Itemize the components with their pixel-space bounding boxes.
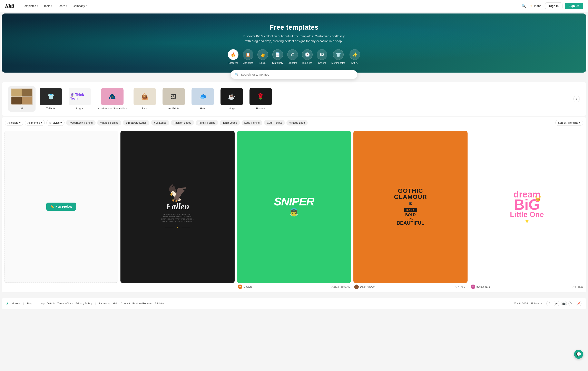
- chip-tshirt-logos[interactable]: Tshirt Logos: [220, 120, 240, 126]
- hero-section: Free templates Discover Kittl's collecti…: [2, 13, 586, 73]
- footer-help[interactable]: Help: [113, 302, 118, 305]
- footer-licensing[interactable]: Licensing: [99, 302, 110, 305]
- business-icon: 🕐: [302, 49, 313, 60]
- author-matsero: M Matsero: [238, 284, 252, 289]
- footer-left: k More ▾ | Blog | Legal Details Terms of…: [7, 301, 165, 306]
- footer-copyright: © Kittl 2024: [514, 302, 528, 305]
- signin-button[interactable]: Sign In: [545, 2, 562, 9]
- gothic-glamour: GLAMOUR: [394, 194, 427, 200]
- chip-y2k-logos[interactable]: Y2k Logos: [151, 120, 169, 126]
- hero-cat-marketing[interactable]: 📋 Marketing: [242, 49, 253, 64]
- footer-logo: k: [7, 301, 8, 306]
- hero-cat-kittlai[interactable]: ✨ Kittl AI: [349, 49, 360, 64]
- footer-privacy[interactable]: Privacy Policy: [75, 302, 92, 305]
- category-scroll: All 👕 T-Shirts 🔮 Think Tech Logos 🧥 Hood…: [8, 86, 572, 112]
- author-dikun: D Dikun Artwork: [354, 284, 375, 289]
- category-mugs[interactable]: ☕ Mugs: [218, 86, 245, 112]
- chevron-down-icon: ▾: [86, 5, 87, 7]
- facebook-icon[interactable]: f: [546, 301, 552, 306]
- fallen-wings-icon: 🦅: [168, 185, 188, 202]
- cat-thumb-bags: 👜: [134, 88, 156, 105]
- category-bags[interactable]: 👜 Bags: [131, 86, 158, 112]
- brand-logo[interactable]: Kittl: [5, 3, 14, 9]
- category-posters[interactable]: 🌹 Posters: [247, 86, 274, 112]
- instagram-icon[interactable]: 📷: [561, 301, 567, 306]
- template-grid: ✏️ New Project 🦅 Fallen IN THE SHADOWS O…: [2, 128, 586, 292]
- cat-thumb-hats: 🧢: [191, 88, 214, 105]
- chip-streetwear-logos[interactable]: Streetwear Logos: [123, 120, 149, 126]
- hero-cat-business[interactable]: 🕐 Business: [302, 49, 313, 64]
- twitter-icon[interactable]: 𝕏: [568, 301, 574, 306]
- new-project-area[interactable]: ✏️ New Project: [4, 131, 118, 283]
- footer-blog[interactable]: Blog: [27, 302, 32, 305]
- chevron-down-icon: ▾: [579, 121, 580, 124]
- nav-tools[interactable]: Tools ▾: [41, 3, 55, 9]
- chip-vintage-tshirts[interactable]: Vintage T-shirts: [97, 120, 121, 126]
- footer-affiliates[interactable]: Affiliates: [155, 302, 165, 305]
- hero-cat-stationery[interactable]: 📄 Stationery: [272, 49, 283, 64]
- chip-typography-tshirts[interactable]: Typography T-Shirts: [66, 120, 95, 126]
- nav-learn[interactable]: Learn ▾: [55, 3, 69, 9]
- category-artprints[interactable]: 🖼 Art Prints: [160, 86, 188, 112]
- filter-colors[interactable]: All colors ▾: [5, 120, 23, 126]
- cat-thumb-mugs: ☕: [220, 88, 243, 105]
- sort-button[interactable]: Sort by: Trending ▾: [555, 120, 583, 126]
- heart-icon: ♡: [331, 285, 333, 288]
- plus-icon: ✏️: [51, 205, 54, 208]
- card-footer-gothic: D Dikun Artwork ♡ 4 ⧉ 37: [353, 283, 467, 290]
- footer-contact[interactable]: Contact: [121, 302, 130, 305]
- category-hoodies[interactable]: 🧥 Hoodies and Sweatshirts: [95, 86, 129, 112]
- new-project-button[interactable]: ✏️ New Project: [46, 203, 76, 211]
- category-logos[interactable]: 🔮 Think Tech Logos: [66, 86, 94, 112]
- pinterest-icon[interactable]: 📌: [576, 301, 581, 306]
- search-icon: 🔍: [235, 73, 239, 76]
- template-fallen[interactable]: 🦅 Fallen IN THE SHADOWS OF DESPAIR, A FA…: [120, 131, 234, 290]
- filter-bar: All colors ▾ All themes ▾ All styles ▾ T…: [2, 117, 586, 128]
- stats-gothic: ♡ 4 ⧉ 37: [455, 285, 467, 288]
- discover-icon: 🔥: [228, 49, 239, 60]
- chip-fashion-logos[interactable]: Fashion Logos: [171, 120, 194, 126]
- nav-menu: Templates ▾ Tools ▾ Learn ▾ Company ▾: [21, 3, 522, 9]
- footer-right: © Kittl 2024 Follow us: f ▶ 📷 𝕏 📌: [514, 301, 581, 306]
- chip-logo-tshirts[interactable]: Logo T-shirts: [242, 120, 262, 126]
- author-avatar: A: [471, 284, 475, 289]
- filter-themes[interactable]: All themes ▾: [25, 120, 45, 126]
- cat-thumb-logos: 🔮 Think Tech: [69, 88, 91, 105]
- signup-button[interactable]: Sign Up: [565, 3, 583, 9]
- search-icon[interactable]: 🔍: [521, 4, 526, 8]
- copy-icon: ⧉: [578, 285, 580, 288]
- footer: k More ▾ | Blog | Legal Details Terms of…: [2, 298, 586, 309]
- footer-links: More ▾ | Blog | Legal Details Terms of U…: [12, 302, 165, 305]
- search-input[interactable]: [241, 73, 353, 76]
- hero-cat-discover[interactable]: 🔥 Discover: [228, 49, 239, 64]
- plans-button[interactable]: ☆ Plans: [528, 3, 543, 9]
- footer-feature-request[interactable]: Feature Request: [133, 302, 152, 305]
- category-tshirts[interactable]: 👕 T-Shirts: [37, 86, 64, 112]
- footer-legal[interactable]: Legal Details: [40, 302, 55, 305]
- author-avatar: M: [238, 284, 242, 289]
- hero-cat-branding[interactable]: 🏷 Branding: [287, 49, 298, 64]
- chip-funny-tshirts[interactable]: Funny T-shirts: [196, 120, 218, 126]
- footer-more[interactable]: More ▾: [12, 302, 20, 305]
- hero-cat-social[interactable]: 👍 Social: [257, 49, 268, 64]
- youtube-icon[interactable]: ▶: [554, 301, 559, 306]
- template-dream-big[interactable]: dream BiG 👑 Little One ⭐ A ashaaria132 ♡: [470, 131, 584, 290]
- category-hats[interactable]: 🧢 Hats: [189, 86, 216, 112]
- chip-cute-tshirts[interactable]: Cute T-shirts: [264, 120, 285, 126]
- card-footer-sniper: M Matsero ♡ 2518 ⧉ 88760: [237, 283, 351, 290]
- scroll-right-button[interactable]: ›: [573, 96, 580, 102]
- nav-templates[interactable]: Templates ▾: [21, 3, 41, 9]
- new-project-card[interactable]: ✏️ New Project: [4, 131, 118, 290]
- hero-cat-merchandise[interactable]: 👕 Merchandise: [331, 49, 346, 64]
- chip-vintage-logo[interactable]: Vintage Logo: [286, 120, 308, 126]
- hero-cat-covers[interactable]: 🖼 Covers: [317, 49, 327, 64]
- navbar: Kittl Templates ▾ Tools ▾ Learn ▾ Compan…: [0, 0, 588, 12]
- merchandise-icon: 👕: [333, 49, 344, 60]
- nav-company[interactable]: Company ▾: [70, 3, 89, 9]
- template-gothic-glamour[interactable]: GOTHIC GLAMOUR 🎩 DARK BOLD AND BEAUTIFUL…: [353, 131, 467, 290]
- heart-icon: ♡: [572, 285, 574, 288]
- footer-terms[interactable]: Terms of Use: [57, 302, 73, 305]
- category-all[interactable]: All: [8, 86, 35, 112]
- template-sniper[interactable]: Sniper 👼 M Matsero ♡ 2518 ⧉: [237, 131, 351, 290]
- filter-styles[interactable]: All styles ▾: [46, 120, 64, 126]
